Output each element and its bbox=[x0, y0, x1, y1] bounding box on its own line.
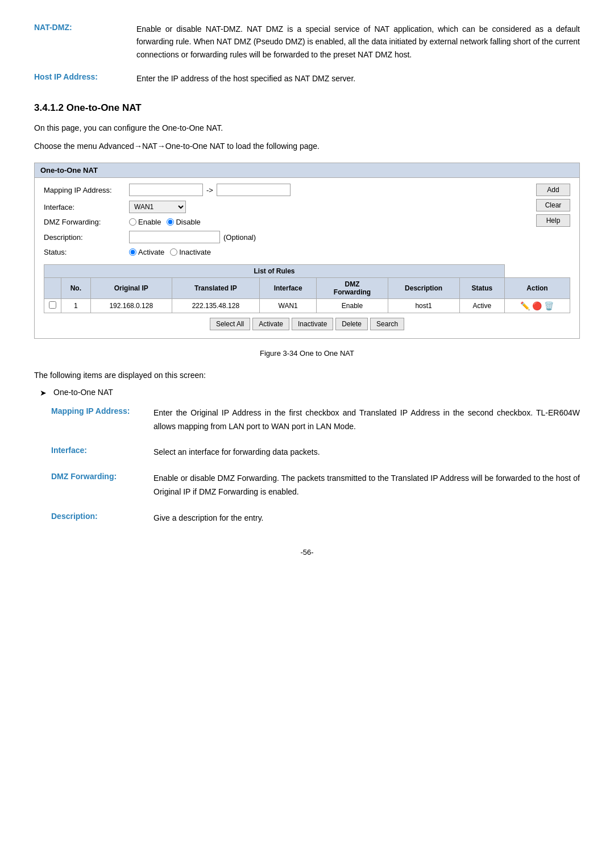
row-dmz: Enable bbox=[317, 299, 388, 313]
interface-select[interactable]: WAN1 bbox=[129, 201, 186, 213]
desc-item-text: Enable or disable DMZ Forwarding. The pa… bbox=[154, 472, 580, 499]
status-row: Status: Activate Inactivate bbox=[44, 248, 530, 256]
host-ip-label: Host IP Address: bbox=[34, 72, 136, 85]
list-of-rules-header: List of Rules bbox=[44, 265, 505, 278]
disable-icon[interactable]: 🔴 bbox=[532, 301, 542, 310]
search-button[interactable]: Search bbox=[370, 318, 404, 330]
activate-button[interactable]: Activate bbox=[252, 318, 289, 330]
intro-paragraph-1: On this page, you can configure the One-… bbox=[34, 122, 580, 134]
mapping-ip-label: Mapping IP Address: bbox=[44, 186, 129, 194]
desc-item-label: Description: bbox=[51, 512, 154, 525]
intro-paragraph-2: Choose the menu Advanced→NAT→One-to-One … bbox=[34, 140, 580, 152]
dmz-disable-label[interactable]: Disable bbox=[167, 218, 200, 226]
one-to-one-nat-panel: One-to-One NAT Mapping IP Address: -> In… bbox=[34, 163, 580, 339]
panel-form: Mapping IP Address: -> Interface: WAN1 bbox=[44, 184, 530, 261]
col-header: Interface bbox=[259, 278, 317, 299]
panel-buttons: Add Clear Help bbox=[536, 184, 570, 227]
desc-item-text: Select an interface for forwarding data … bbox=[154, 446, 580, 459]
nat-dmz-description: Enable or disable NAT-DMZ. NAT DMZ is a … bbox=[136, 23, 580, 61]
row-description: host1 bbox=[388, 299, 459, 313]
host-ip-description: Enter the IP address of the host specifi… bbox=[136, 72, 580, 85]
row-original-ip: 192.168.0.128 bbox=[90, 299, 172, 313]
list-of-rules-section: List of Rules No.Original IPTranslated I… bbox=[44, 264, 570, 333]
desc-item-text: Enter the Original IP Address in the fir… bbox=[154, 406, 580, 434]
panel-title: One-to-One NAT bbox=[35, 163, 579, 178]
description-label: Description: bbox=[44, 233, 129, 242]
bullet-arrow-icon: ➤ bbox=[40, 388, 53, 397]
rules-table: List of Rules No.Original IPTranslated I… bbox=[44, 264, 570, 313]
mapping-ip-row: Mapping IP Address: -> bbox=[44, 184, 530, 196]
description-item: DMZ Forwarding: Enable or disable DMZ Fo… bbox=[51, 472, 580, 499]
status-activate-radio[interactable] bbox=[129, 248, 136, 256]
status-activate-label[interactable]: Activate bbox=[129, 248, 164, 256]
status-inactivate-label[interactable]: Inactivate bbox=[170, 248, 211, 256]
inactivate-button[interactable]: Inactivate bbox=[292, 318, 333, 330]
mapping-ip-input-1[interactable] bbox=[129, 184, 203, 196]
mapping-arrow: -> bbox=[206, 186, 213, 194]
row-status: Active bbox=[459, 299, 504, 313]
delete-button[interactable]: Delete bbox=[335, 318, 368, 330]
col-header: Translated IP bbox=[172, 278, 259, 299]
select-all-button[interactable]: Select All bbox=[210, 318, 250, 330]
nat-dmz-label: NAT-DMZ: bbox=[34, 23, 136, 61]
clear-button[interactable]: Clear bbox=[536, 199, 570, 211]
bullet-row: ➤ One-to-One NAT bbox=[40, 388, 580, 397]
dmz-enable-label[interactable]: Enable bbox=[129, 218, 161, 226]
dmz-enable-radio[interactable] bbox=[129, 218, 136, 226]
add-button[interactable]: Add bbox=[536, 184, 570, 196]
interface-row: Interface: WAN1 bbox=[44, 201, 530, 213]
col-header: No. bbox=[61, 278, 91, 299]
nat-dmz-section: NAT-DMZ: Enable or disable NAT-DMZ. NAT … bbox=[34, 23, 580, 61]
row-action: ✏️ 🔴 🗑️ bbox=[504, 299, 570, 313]
status-label: Status: bbox=[44, 248, 129, 256]
host-ip-section: Host IP Address: Enter the IP address of… bbox=[34, 72, 580, 85]
section-title: 3.4.1.2 One-to-One NAT bbox=[34, 102, 580, 114]
col-header: Action bbox=[504, 278, 570, 299]
desc-item-text: Give a description for the entry. bbox=[154, 512, 580, 525]
description-item: Mapping IP Address: Enter the Original I… bbox=[51, 406, 580, 434]
table-action-buttons: Select All Activate Inactivate Delete Se… bbox=[44, 313, 570, 333]
mapping-ip-input-2[interactable] bbox=[217, 184, 291, 196]
col-checkbox[interactable] bbox=[44, 278, 61, 299]
edit-icon[interactable]: ✏️ bbox=[520, 301, 530, 310]
delete-icon[interactable]: 🗑️ bbox=[544, 301, 554, 310]
figure-caption: Figure 3-34 One to One NAT bbox=[34, 349, 580, 358]
status-inactivate-radio[interactable] bbox=[170, 248, 177, 256]
row-no: 1 bbox=[61, 299, 91, 313]
description-row: Description: (Optional) bbox=[44, 231, 530, 243]
desc-item-label: DMZ Forwarding: bbox=[51, 472, 154, 499]
col-header: Original IP bbox=[90, 278, 172, 299]
desc-item-label: Interface: bbox=[51, 446, 154, 459]
optional-text: (Optional) bbox=[223, 233, 256, 242]
description-input[interactable] bbox=[129, 231, 220, 243]
description-item: Interface: Select an interface for forwa… bbox=[51, 446, 580, 459]
description-item: Description: Give a description for the … bbox=[51, 512, 580, 525]
desc-item-label: Mapping IP Address: bbox=[51, 406, 154, 434]
description-block: Mapping IP Address: Enter the Original I… bbox=[51, 406, 580, 525]
interface-label: Interface: bbox=[44, 203, 129, 211]
following-items-text: The following items are displayed on thi… bbox=[34, 369, 580, 381]
dmz-forwarding-label: DMZ Forwarding: bbox=[44, 218, 129, 226]
bullet-label: One-to-One NAT bbox=[53, 388, 113, 397]
help-button[interactable]: Help bbox=[536, 214, 570, 227]
dmz-disable-radio[interactable] bbox=[167, 218, 174, 226]
col-header: DMZForwarding bbox=[317, 278, 388, 299]
col-header: Description bbox=[388, 278, 459, 299]
row-checkbox[interactable] bbox=[44, 299, 61, 313]
row-translated-ip: 222.135.48.128 bbox=[172, 299, 259, 313]
dmz-forwarding-row: DMZ Forwarding: Enable Disable bbox=[44, 218, 530, 226]
table-column-headers: No.Original IPTranslated IPInterfaceDMZF… bbox=[44, 278, 570, 299]
row-interface: WAN1 bbox=[259, 299, 317, 313]
col-header: Status bbox=[459, 278, 504, 299]
table-row: 1 192.168.0.128 222.135.48.128 WAN1 Enab… bbox=[44, 299, 570, 313]
page-footer: -56- bbox=[34, 548, 580, 556]
